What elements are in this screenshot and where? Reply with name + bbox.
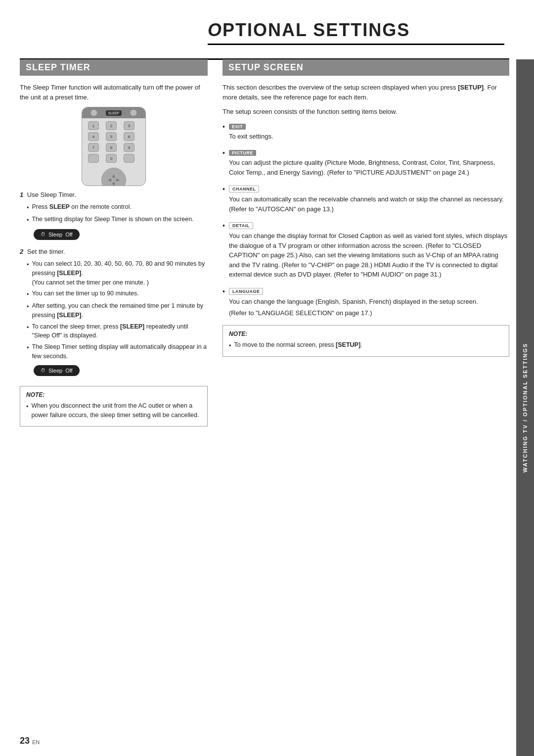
- page-title: OPTIONAL SETTINGS: [208, 20, 504, 41]
- remote-key-0: 0: [106, 154, 117, 163]
- bullet1-text: Press SLEEP on the remote control.: [32, 202, 132, 213]
- sleep-timer-note: NOTE: • When you disconnect the unit fro…: [20, 386, 208, 426]
- page-number: 23: [20, 736, 30, 746]
- remote-button-right: [130, 109, 137, 116]
- bullet5-text: After setting, you can check the remaine…: [32, 301, 208, 320]
- bullet1: • Press SLEEP on the remote control.: [27, 202, 208, 213]
- remote-top-bar: SLEEP: [82, 107, 145, 118]
- step1-text: Use Sleep Timer.: [27, 191, 76, 198]
- picture-content: PICTURE You can adjust the picture quali…: [229, 148, 509, 177]
- remote-key-8: 8: [106, 143, 117, 152]
- svg-marker-3: [116, 179, 120, 182]
- remote-key-5: 5: [106, 132, 117, 141]
- svg-marker-2: [108, 179, 111, 182]
- setup-note: NOTE: • To move to the normal screen, pr…: [222, 325, 509, 357]
- bullet5-dot: •: [27, 302, 29, 320]
- bullet3-dot: •: [27, 260, 29, 287]
- remote-key-1: 1: [88, 121, 99, 130]
- language-btn-label: LANGUAGE: [229, 288, 264, 295]
- channel-bullet-dot: •: [222, 185, 225, 214]
- picture-item: • PICTURE You can adjust the picture qua…: [222, 148, 509, 177]
- exit-btn-label: EXIT: [229, 124, 246, 130]
- channel-item: • CHANNEL You can automatically scan the…: [222, 184, 509, 214]
- setup-screen-column: SETUP SCREEN This section describes the …: [222, 59, 509, 726]
- step2-text: Set the timer.: [27, 248, 65, 255]
- main-content: SLEEP TIMER The Sleep Timer function wil…: [20, 59, 509, 726]
- channel-btn-label: CHANNEL: [229, 186, 260, 192]
- setup-screen-heading: SETUP SCREEN: [222, 59, 509, 76]
- language-item: • LANGUAGE You can change the language (…: [222, 286, 509, 318]
- step2-body: • You can select 10, 20, 30, 40, 50, 60,…: [27, 259, 208, 380]
- sleep-label-2: Sleep: [48, 367, 62, 375]
- detail-btn-label: DETAIL: [229, 222, 253, 229]
- sleep-badge-1: ⏱ Sleep Off: [34, 229, 80, 240]
- title-rest: PTIONAL SETTINGS: [222, 20, 410, 40]
- step1: 1 Use Sleep Timer.: [20, 191, 208, 198]
- step1-body: • Press SLEEP on the remote control. • T…: [27, 202, 208, 244]
- setup-note-label: NOTE:: [229, 330, 503, 338]
- bullet6-dot: •: [27, 323, 29, 341]
- step1-num: 1: [20, 191, 23, 198]
- picture-text: You can adjust the picture quality (Pict…: [229, 158, 509, 177]
- language-text: You can change the language (English, Sp…: [229, 297, 509, 307]
- title-O: O: [208, 20, 222, 40]
- remote-key-9: 9: [124, 143, 134, 152]
- remote-key-3: 3: [124, 121, 134, 130]
- bullet1-dot: •: [27, 203, 29, 213]
- step2: 2 Set the timer.: [20, 248, 208, 255]
- remote-key-4: 4: [88, 132, 99, 141]
- bullet6: • To cancel the sleep timer, press [SLEE…: [27, 322, 208, 341]
- remote-dpad-icon: [106, 173, 121, 186]
- picture-btn-label: PICTURE: [229, 150, 256, 156]
- setup-intro1: This section describes the overview of t…: [222, 83, 509, 102]
- note-dot: •: [26, 402, 28, 420]
- bullet2-dot: •: [27, 216, 29, 225]
- language-content: LANGUAGE You can change the language (En…: [229, 286, 509, 318]
- sleep-timer-intro: The Sleep Timer function will automatica…: [20, 83, 208, 102]
- svg-marker-1: [112, 183, 115, 186]
- remote-dpad-inner: [101, 168, 126, 186]
- detail-bullet-dot: •: [222, 222, 225, 280]
- language-ref: (Refer to "LANGUAGE SELECTION" on page 1…: [229, 308, 509, 318]
- sleep-label-1: Sleep: [48, 231, 62, 239]
- sleep-badge-2: ⏱ Sleep Off: [34, 365, 80, 377]
- sleep-icon-1: ⏱: [41, 231, 45, 238]
- exit-item: • EXIT To exit settings.: [222, 122, 509, 142]
- setup-intro2: The setup screen consists of the functio…: [222, 107, 509, 117]
- channel-text: You can automatically scan the receivabl…: [229, 194, 509, 214]
- setup-note-dot: •: [229, 341, 231, 351]
- picture-bullet-dot: •: [222, 149, 225, 177]
- sidebar-label: WATCHING TV / OPTIONAL SETTINGS: [516, 59, 534, 756]
- detail-text: You can change the display format for Cl…: [229, 231, 509, 280]
- channel-content: CHANNEL You can automatically scan the r…: [229, 184, 509, 214]
- svg-point-4: [111, 178, 116, 183]
- remote-control-image: SLEEP 1 2 3 4 5 6 7 8 9 0: [82, 107, 146, 186]
- remote-dpad: [82, 168, 145, 186]
- page-lang: EN: [32, 739, 40, 745]
- note-label: NOTE:: [26, 390, 201, 399]
- bullet7: • The Sleep Timer setting display will a…: [27, 342, 208, 361]
- sleep-timer-heading: SLEEP TIMER: [20, 59, 208, 76]
- sleep-icon-2: ⏱: [41, 367, 45, 374]
- bullet5: • After setting, you can check the remai…: [27, 301, 208, 320]
- exit-content: EXIT To exit settings.: [229, 122, 509, 142]
- sleep-timer-column: SLEEP TIMER The Sleep Timer function wil…: [20, 59, 208, 726]
- detail-item: • DETAIL You can change the display form…: [222, 221, 509, 280]
- remote-key-blank2: [124, 154, 134, 163]
- setup-note-text: • To move to the normal screen, press [S…: [229, 340, 503, 351]
- exit-bullet-dot: •: [222, 123, 225, 142]
- note-text: • When you disconnect the unit from the …: [26, 401, 201, 420]
- page-title-area: OPTIONAL SETTINGS: [208, 20, 504, 45]
- remote-button-sleep-left: [90, 109, 97, 116]
- svg-marker-0: [112, 174, 115, 178]
- bullet4-text: You can set the timer up to 90 minutes.: [32, 289, 138, 299]
- bullet2-text: The setting display for Sleep Timer is s…: [32, 215, 193, 225]
- bullet4: • You can set the timer up to 90 minutes…: [27, 289, 208, 299]
- bullet2: • The setting display for Sleep Timer is…: [27, 215, 208, 225]
- remote-sleep-btn: SLEEP: [106, 110, 122, 116]
- bullet3-text: You can select 10, 20, 30, 40, 50, 60, 7…: [32, 259, 208, 287]
- bullet6-text: To cancel the sleep timer, press [SLEEP]…: [32, 322, 208, 341]
- bullet7-dot: •: [27, 343, 29, 361]
- remote-numpad: 1 2 3 4 5 6 7 8 9 0: [82, 118, 145, 166]
- setup-note-body: To move to the normal screen, press [SET…: [234, 340, 362, 351]
